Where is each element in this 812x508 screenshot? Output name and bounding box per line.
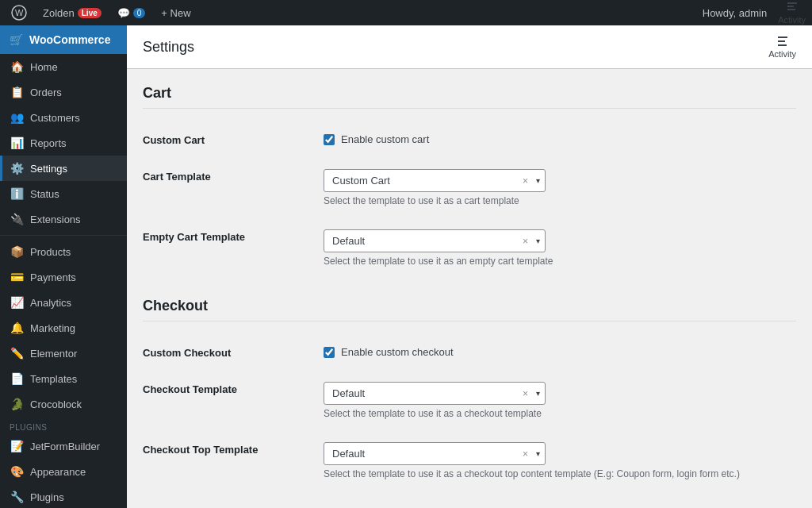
sidebar-item-home[interactable]: 🏠 Home: [0, 54, 127, 79]
sidebar-item-crocoblock[interactable]: 🐊 Crocoblock: [0, 391, 127, 417]
sidebar-item-elementor[interactable]: ✏️ Elementor: [0, 341, 127, 366]
howdy-text: Howdy, admin: [703, 7, 767, 19]
sidebar-item-home-label: Home: [30, 61, 58, 73]
sidebar-item-templates-label: Templates: [30, 373, 77, 385]
sidebar-item-orders[interactable]: 📋 Orders: [0, 79, 127, 105]
sidebar-item-settings[interactable]: ⚙️ Settings: [0, 156, 127, 181]
plugins-icon: 🔧: [10, 491, 24, 503]
sidebar-item-reports[interactable]: 📊 Reports: [0, 130, 127, 156]
svg-rect-6: [778, 40, 785, 42]
sidebar-item-analytics[interactable]: 📈 Analytics: [0, 290, 127, 315]
sidebar-item-elementor-label: Elementor: [30, 348, 77, 360]
elementor-icon: ✏️: [10, 347, 24, 360]
sidebar-item-status[interactable]: ℹ️ Status: [0, 181, 127, 206]
sidebar-item-status-label: Status: [30, 188, 59, 200]
site-name[interactable]: Zolden Live: [38, 0, 106, 25]
sidebar-item-appearance-label: Appearance: [30, 466, 86, 478]
howdy-user[interactable]: Howdy, admin: [698, 0, 772, 25]
empty-cart-template-clear-icon[interactable]: ×: [519, 236, 531, 247]
sidebar-item-jetformbuilder-label: JetFormBuilder: [30, 441, 100, 452]
extensions-icon: 🔌: [10, 213, 24, 225]
wp-logo[interactable]: W: [6, 0, 32, 25]
sidebar-item-reports-label: Reports: [30, 137, 67, 149]
templates-icon: 📄: [10, 372, 24, 385]
sidebar-item-payments-label: Payments: [30, 271, 76, 283]
empty-cart-template-select[interactable]: Default: [324, 230, 519, 252]
custom-cart-checkbox[interactable]: [324, 134, 335, 145]
cart-template-clear-icon[interactable]: ×: [519, 175, 531, 187]
checkout-settings-table: Custom Checkout Enable custom checkout C…: [143, 334, 796, 491]
activity-button[interactable]: Activity: [778, 1, 806, 25]
sidebar-item-marketing[interactable]: 🔔 Marketing: [0, 315, 127, 341]
sidebar-item-crocoblock-label: Crocoblock: [30, 398, 82, 410]
cart-template-select-wrapper: Custom Cart Default × ▾: [324, 169, 546, 192]
sidebar-item-jetformbuilder[interactable]: 📝 JetFormBuilder: [0, 433, 127, 459]
sidebar-divider: [0, 235, 127, 236]
cart-template-label: Cart Template: [143, 158, 317, 218]
appearance-icon: 🎨: [10, 465, 24, 478]
new-content-button[interactable]: + New: [156, 0, 195, 25]
plugins-section-label: PLUGINS: [0, 417, 127, 433]
sidebar-item-templates[interactable]: 📄 Templates: [0, 366, 127, 391]
comment-icon: 💬: [117, 7, 130, 19]
custom-checkout-checkbox[interactable]: [324, 347, 335, 358]
custom-checkout-label: Custom Checkout: [143, 334, 317, 371]
site-name-text: Zolden: [43, 7, 75, 19]
checkout-top-template-label: Checkout Top Template: [143, 431, 317, 491]
checkout-template-description: Select the template to use it as a check…: [324, 408, 796, 419]
checkout-top-template-clear-icon[interactable]: ×: [519, 448, 531, 460]
reports-icon: 📊: [10, 137, 24, 149]
new-label: + New: [161, 7, 190, 19]
sidebar-item-plugins[interactable]: 🔧 Plugins: [0, 484, 127, 508]
jetformbuilder-icon: 📝: [10, 440, 24, 452]
svg-rect-7: [778, 44, 787, 46]
empty-cart-template-select-wrapper: Default × ▾: [324, 229, 546, 252]
checkout-template-chevron-icon: ▾: [531, 389, 545, 398]
customers-icon: 👥: [10, 111, 24, 124]
sidebar-item-products[interactable]: 📦 Products: [0, 239, 127, 264]
checkout-template-select[interactable]: Default: [324, 383, 519, 404]
status-icon: ℹ️: [10, 187, 24, 200]
comments-link[interactable]: 💬 0: [113, 0, 151, 25]
sidebar-brand[interactable]: 🛒 WooCommerce: [0, 25, 127, 54]
checkout-template-select-wrapper: Default × ▾: [324, 382, 546, 405]
page-header: Settings Activity: [127, 25, 812, 69]
home-icon: 🏠: [10, 60, 24, 73]
empty-cart-template-chevron-icon: ▾: [531, 237, 545, 245]
checkout-top-template-select-wrapper: Default × ▾: [324, 442, 546, 465]
checkout-top-template-select[interactable]: Default: [324, 443, 519, 464]
settings-icon: ⚙️: [10, 162, 24, 175]
svg-text:W: W: [15, 8, 24, 17]
svg-rect-3: [787, 6, 794, 7]
activity-label-header: Activity: [768, 49, 796, 59]
sidebar-item-payments[interactable]: 💳 Payments: [0, 264, 127, 290]
cart-template-select[interactable]: Custom Cart Default: [324, 170, 519, 191]
table-row: Cart Template Custom Cart Default × ▾ Se…: [143, 158, 796, 218]
checkout-section-title: Checkout: [143, 298, 796, 321]
sidebar-item-customers-label: Customers: [30, 112, 80, 124]
live-badge: Live: [78, 8, 102, 18]
cart-template-description: Select the template to use it as a cart …: [324, 195, 796, 206]
custom-cart-checkbox-label: Enable custom cart: [341, 133, 429, 145]
payments-icon: 💳: [10, 271, 24, 283]
sidebar-item-settings-label: Settings: [30, 163, 67, 175]
custom-checkout-checkbox-label: Enable custom checkout: [341, 346, 454, 358]
sidebar-item-extensions[interactable]: 🔌 Extensions: [0, 206, 127, 232]
table-row: Custom Checkout Enable custom checkout: [143, 334, 796, 371]
custom-cart-checkbox-row: Enable custom cart: [324, 133, 796, 145]
empty-cart-template-label: Empty Cart Template: [143, 218, 317, 279]
checkout-template-label: Checkout Template: [143, 371, 317, 431]
main-content-area: Settings Activity Cart Custom Cart Enabl…: [127, 25, 812, 508]
analytics-icon: 📈: [10, 296, 24, 309]
sidebar-item-appearance[interactable]: 🎨 Appearance: [0, 459, 127, 484]
sidebar-item-products-label: Products: [30, 246, 71, 258]
svg-rect-5: [778, 37, 787, 38]
table-row: Checkout Top Template Default × ▾ Select…: [143, 431, 796, 491]
sidebar-item-customers[interactable]: 👥 Customers: [0, 105, 127, 130]
activity-button-header[interactable]: Activity: [768, 35, 796, 59]
table-row: Custom Cart Enable custom cart: [143, 121, 796, 158]
orders-icon: 📋: [10, 86, 24, 98]
comment-count: 0: [133, 8, 146, 18]
checkout-template-clear-icon[interactable]: ×: [519, 388, 531, 399]
products-icon: 📦: [10, 245, 24, 258]
